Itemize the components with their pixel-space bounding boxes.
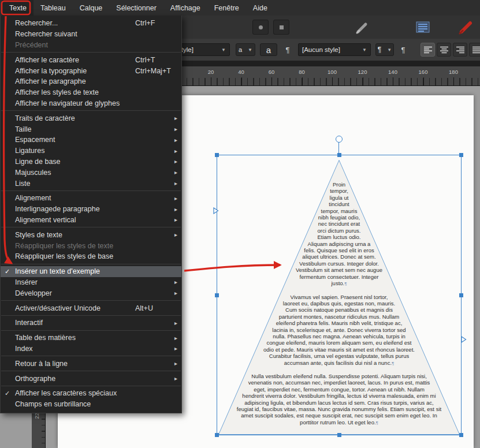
menu-separator [1, 191, 181, 191]
chevron-down-icon: ▼ [362, 47, 367, 53]
chevron-down-icon: ▼ [248, 47, 252, 53]
resize-handle-top-left[interactable] [215, 153, 219, 157]
swatch-dot-button[interactable] [252, 20, 269, 35]
menu-item-label: Styles de texte [15, 231, 62, 239]
menu-item-label: Afficher les caractères spéciaux [15, 389, 117, 397]
menubar-item-texte[interactable]: Texte [2, 0, 34, 16]
menu-item[interactable]: Taille▸ [1, 124, 181, 135]
menu-item[interactable]: Alignement▸ [1, 193, 181, 204]
paragraph-options-button[interactable]: ¶ ▼ [375, 43, 394, 56]
ruler-number: 20 [208, 69, 214, 75]
chevron-down-icon: ▼ [387, 47, 392, 53]
resize-handle-top-middle[interactable] [337, 153, 341, 157]
menu-item-label: Afficher les styles de texte [15, 88, 99, 96]
menu-item-label: Retour à la ligne [15, 360, 68, 368]
swatch-square-button[interactable] [273, 20, 289, 35]
menu-item[interactable]: Insérer▸ [1, 277, 181, 288]
align-center-button[interactable] [437, 43, 451, 57]
menu-separator [1, 371, 181, 371]
text-flow-out-icon[interactable] [461, 336, 467, 343]
menubar-item-tableau[interactable]: Tableau [34, 0, 73, 16]
menu-item: Précédent [1, 40, 181, 51]
menu-item[interactable]: Traits de caractère▸ [1, 113, 181, 124]
menu-item[interactable]: Rechercher suivant [1, 29, 181, 40]
swatch-dot-icon [259, 25, 263, 29]
menu-item[interactable]: Afficher les styles de texte [1, 87, 181, 98]
swatch-square-icon [280, 25, 284, 29]
clear-formatting-button[interactable] [456, 20, 476, 35]
menu-item[interactable]: Afficher le paragraphe [1, 76, 181, 87]
submenu-arrow-icon: ▸ [174, 290, 177, 296]
submenu-arrow-icon: ▸ [174, 148, 177, 154]
menu-item[interactable]: Afficher la typographieCtrl+Maj+T [1, 65, 181, 76]
menu-item[interactable]: Table des matières▸ [1, 333, 181, 344]
menu-item-label: Majuscules [15, 169, 51, 177]
menubar-item-aide[interactable]: Aide [246, 0, 274, 16]
paragraph-mark: ¶ [392, 361, 394, 366]
menu-item[interactable]: Majuscules▸ [1, 167, 181, 178]
menubar-item-calque[interactable]: Calque [73, 0, 110, 16]
menu-item-label: Liste [15, 180, 30, 188]
font-size-small-button[interactable]: a ▼ [236, 43, 255, 56]
menu-item-shortcut: Ctrl+F [135, 19, 155, 27]
menu-item[interactable]: Développer▸ [1, 288, 181, 298]
align-center-icon [440, 46, 449, 54]
menu-item: Réappliquer les styles de texte [1, 240, 181, 251]
menu-item-label: Index [15, 345, 33, 353]
texte-menu-dropdown: Rechercher...Ctrl+FRechercher suivantPré… [0, 16, 182, 413]
menu-item[interactable]: Afficher le caractèreCtrl+T [1, 54, 181, 65]
menu-item[interactable]: Liste▸ [1, 178, 181, 189]
menu-item[interactable]: Alignement vertical▸ [1, 215, 181, 226]
menu-item-label: Rechercher... [15, 19, 58, 27]
rotation-handle[interactable] [336, 136, 343, 143]
small-a-label: a [239, 46, 242, 53]
menu-item[interactable]: ✓Insérer un texte d'exemple [1, 266, 181, 277]
paragraph-mark-button[interactable]: ¶ [397, 43, 409, 56]
align-left-icon [423, 46, 433, 54]
submenu-arrow-icon: ▸ [174, 206, 177, 212]
menu-item[interactable]: Réappliquer les styles de base [1, 251, 181, 262]
menubar-item-fenêtre[interactable]: Fenêtre [207, 0, 246, 16]
ruler-number: 40 [238, 69, 244, 75]
menu-item-label: Table des matières [15, 334, 76, 342]
menu-item[interactable]: Espacement▸ [1, 135, 181, 145]
submenu-arrow-icon: ▸ [174, 360, 177, 367]
menu-bar: TexteTableauCalqueSélectionnerAffichageF… [0, 0, 480, 16]
brush-tool-button[interactable] [352, 20, 372, 35]
menu-item[interactable]: Index▸ [1, 344, 181, 354]
paragraph-panel-button[interactable] [414, 20, 432, 35]
menu-item[interactable]: Rechercher...Ctrl+F [1, 18, 181, 29]
menu-separator [1, 52, 181, 53]
menu-item[interactable]: Retour à la ligne▸ [1, 358, 181, 369]
menu-item-label: Insérer [15, 278, 38, 286]
submenu-arrow-icon: ▸ [174, 345, 177, 352]
ruler-major-tick [393, 77, 393, 85]
menu-item[interactable]: Afficher le navigateur de glyphes [1, 98, 181, 109]
paragraph-style-dropdown[interactable]: [Aucun style] ▼ [298, 43, 371, 56]
font-size-large-button[interactable]: a [260, 43, 277, 56]
pilcrow-toggle-button[interactable]: ¶ [282, 43, 293, 56]
ruler-number: 60 [269, 69, 275, 75]
menu-item[interactable]: Ligatures▸ [1, 145, 181, 156]
sample-text-block[interactable]: Proin tempor, ligula ut tincidunt tempor… [219, 160, 459, 434]
menu-item[interactable]: Orthographe▸ [1, 373, 181, 384]
menu-item[interactable]: Interactif▸ [1, 318, 181, 328]
menu-item-label: Afficher le caractère [15, 56, 79, 64]
menu-item-label: Afficher le paragraphe [15, 77, 86, 85]
align-justify-button[interactable] [469, 43, 480, 57]
menu-separator [1, 110, 181, 111]
align-right-button[interactable] [453, 43, 467, 57]
menu-item[interactable]: Interlignagede paragraphe▸ [1, 204, 181, 215]
menu-item-label: Réappliquer les styles de texte [15, 242, 113, 250]
menu-item[interactable]: Styles de texte▸ [1, 229, 181, 240]
pilcrow-icon: ¶ [378, 46, 381, 54]
align-left-button[interactable] [421, 43, 435, 57]
menubar-item-affichage[interactable]: Affichage [163, 0, 207, 16]
menu-item[interactable]: Ligne de base▸ [1, 156, 181, 167]
menu-item[interactable]: ✓Afficher les caractères spéciaux [1, 388, 181, 399]
menubar-item-sélectionner[interactable]: Sélectionner [109, 0, 163, 16]
ruler-major-tick [453, 77, 454, 85]
menu-item[interactable]: Champs en surbrillance [1, 399, 181, 410]
menu-item[interactable]: Activer/désactiver UnicodeAlt+U [1, 303, 181, 313]
resize-handle-top-right[interactable] [459, 153, 463, 157]
